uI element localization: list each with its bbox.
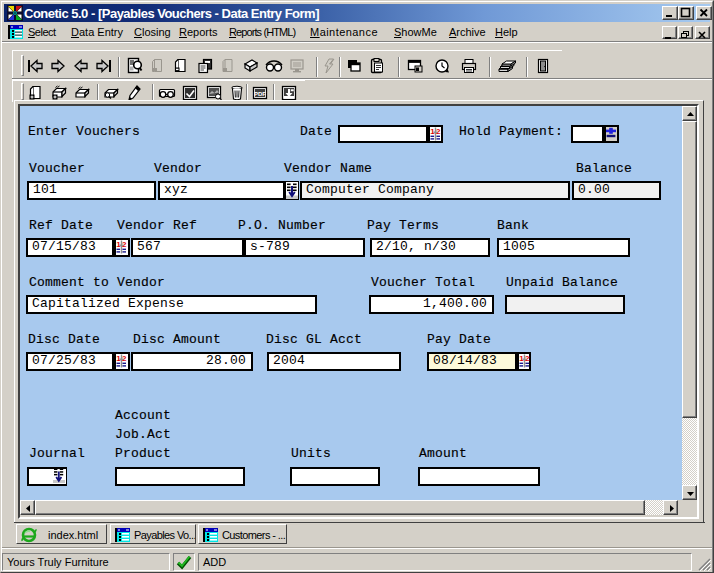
svg-text:PDF: PDF	[254, 91, 266, 97]
